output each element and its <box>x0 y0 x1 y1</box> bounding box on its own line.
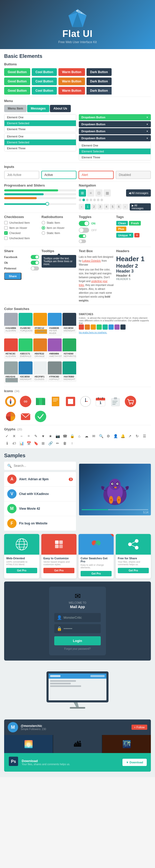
nav-icon-detail[interactable]: ▦ <box>103 189 111 196</box>
mail-forgot-link[interactable]: Forgot your password? <box>54 647 101 650</box>
checkbox-3[interactable]: ✓ <box>4 231 8 235</box>
dropdown-right-item-3[interactable]: Element Three <box>79 154 151 160</box>
input-active[interactable] <box>41 171 76 179</box>
tag-close-icon[interactable]: ✕ <box>129 234 131 237</box>
share-button[interactable]: Share <box>4 273 22 280</box>
slider-thumb[interactable] <box>45 202 49 206</box>
card-img-4 <box>116 534 151 555</box>
menu-item-messages[interactable]: Messages <box>27 105 49 112</box>
mini-swatch-8 <box>120 324 126 330</box>
checkbox-4[interactable] <box>4 237 8 240</box>
chat-item-1[interactable]: A Alert: Adrian at 9pm 3 <box>4 472 76 487</box>
card-btn-4[interactable]: Get Pro <box>118 568 149 573</box>
nav-icon-list[interactable]: ≡ <box>87 189 94 196</box>
nav-page-next[interactable]: › <box>122 204 128 210</box>
nav-page-3[interactable]: 3 <box>97 204 103 210</box>
nav-dot-4[interactable] <box>90 199 92 201</box>
menu-item-menu[interactable]: Menu Item <box>4 105 27 112</box>
cool-button-3[interactable]: Cool Button <box>32 87 57 95</box>
cool-button-2[interactable]: Cool Button <box>32 78 57 85</box>
input-alert[interactable] <box>79 171 114 179</box>
textbox-author-link[interactable]: Łukasz Dziedzic <box>82 259 101 262</box>
chat-item-4[interactable]: F Fix bug on Website <box>4 516 76 531</box>
tag-plus[interactable]: Plus <box>116 226 126 231</box>
nav-icon-grid[interactable]: ⊞ <box>79 189 86 196</box>
follow-button[interactable]: + Follow <box>131 724 147 730</box>
nav-page-1[interactable]: 1 <box>85 204 90 210</box>
dropdown-btn-dark-2[interactable]: Dropdown Button ▼ <box>79 128 151 134</box>
slider-track[interactable] <box>4 203 76 205</box>
card-btn-1[interactable]: Get Pro <box>6 568 37 573</box>
tag-clean[interactable]: Clean <box>116 221 128 225</box>
menu-item-about[interactable]: About Us <box>50 105 71 112</box>
radio-3[interactable] <box>41 231 45 235</box>
dropdown-list-right: Element One Element Selected Element Thr… <box>79 142 151 160</box>
chat-item-3[interactable]: M View Movie 42 <box>4 501 76 516</box>
nav-dot-7[interactable] <box>100 199 103 201</box>
dropdown-right-item-2[interactable]: Element Selected <box>79 149 151 154</box>
mail-email-field[interactable]: 👤 MonsterCritic <box>54 613 101 622</box>
radio-1[interactable] <box>41 221 45 224</box>
card-btn-3[interactable]: Get Pro <box>81 571 112 576</box>
toggle-1[interactable] <box>79 221 89 226</box>
nav-page-2[interactable]: 2 <box>91 204 97 210</box>
search-input[interactable] <box>14 464 73 468</box>
nav-dot-3[interactable] <box>86 199 89 201</box>
good-button-1[interactable]: Good Button <box>4 68 30 76</box>
radio-2[interactable] <box>41 226 45 230</box>
warm-button-2[interactable]: Warm Button <box>58 78 85 85</box>
warm-button-1[interactable]: Warm Button <box>58 68 85 76</box>
dropdown-item-3[interactable]: Element Three <box>4 126 76 132</box>
mail-password-field[interactable]: 🔒 •••••••• <box>54 624 101 633</box>
dropdown-item-4[interactable]: Element One <box>4 133 76 140</box>
nav-page-5[interactable]: 5 <box>110 204 115 210</box>
nav-page-4[interactable]: 4 <box>103 204 109 210</box>
dropdown-item-5[interactable]: Element Selected <box>4 140 76 146</box>
dropdown-btn-dark-1[interactable]: Dropdown Button ▼ <box>79 121 151 127</box>
dark-button-2[interactable]: Dark Button <box>87 78 112 85</box>
checkbox-1[interactable] <box>4 221 8 224</box>
good-button-3[interactable]: Good Button <box>4 87 30 95</box>
cool-button-1[interactable]: Cool Button <box>32 68 57 76</box>
nav-all-messages-btn[interactable]: ◀ All messages <box>126 189 151 196</box>
chat-item-2[interactable]: V Chat with V.Kadinov <box>4 487 76 501</box>
swatch-color-13 <box>33 362 47 374</box>
dropdown-right-item-1[interactable]: Element One <box>79 143 151 149</box>
toggle-3[interactable] <box>79 234 86 238</box>
tag-x-btn[interactable]: ✕ <box>134 233 140 238</box>
dark-button-3[interactable]: Dark Button <box>87 87 112 95</box>
chevron-down-icon-3: ▼ <box>146 130 148 132</box>
dropdown-item-1[interactable]: Element One <box>4 115 76 120</box>
dropdown-item-2[interactable]: Element Selected <box>4 120 76 126</box>
nav-page-prev[interactable]: ‹ <box>79 204 84 210</box>
tag-fresh[interactable]: Fresh <box>129 221 141 225</box>
textbox-link[interactable]: underline your links <box>79 280 107 286</box>
dropdown-btn-dark-3[interactable]: Dropdown Button ▼ <box>79 135 151 141</box>
nav-dot-1[interactable] <box>79 199 82 201</box>
share-facebook-toggle[interactable] <box>31 255 39 259</box>
card-btn-2[interactable]: Get Pro <box>43 568 74 573</box>
nav-page-6[interactable]: 6 <box>116 204 122 210</box>
share-ok-toggle[interactable] <box>31 261 39 265</box>
tag-unique[interactable]: Unique ✕ <box>116 233 133 238</box>
nav-all-messages-btn-2[interactable]: ▶ All messages <box>130 203 151 211</box>
warm-button-3[interactable]: Warm Button <box>58 87 85 95</box>
dark-button-1[interactable]: Dark Button <box>87 68 112 76</box>
nav-dot-6[interactable] <box>97 199 99 201</box>
share-pinterest-toggle[interactable] <box>31 266 39 271</box>
toggle-4[interactable] <box>79 240 86 243</box>
svg-rect-83 <box>90 675 104 677</box>
nav-dot-5[interactable] <box>93 199 96 201</box>
checkbox-2[interactable] <box>4 226 8 230</box>
dropdown-item-6[interactable]: Element Three <box>4 146 76 151</box>
toggle-2[interactable] <box>79 227 89 233</box>
video-progress-bar[interactable] <box>82 509 148 510</box>
dropdown-btn-green[interactable]: Dropdown Button ▼ <box>79 114 151 120</box>
good-button-2[interactable]: Good Button <box>4 78 30 85</box>
checkbox-label-4: Unchecked Item <box>9 237 30 240</box>
input-normal[interactable] <box>4 171 39 179</box>
nav-icon-thumb[interactable]: ⊡ <box>95 189 102 196</box>
mail-login-button[interactable]: Login <box>54 636 101 645</box>
download-button[interactable]: ▼ Download <box>122 759 147 766</box>
nav-dot-2[interactable] <box>83 199 85 201</box>
